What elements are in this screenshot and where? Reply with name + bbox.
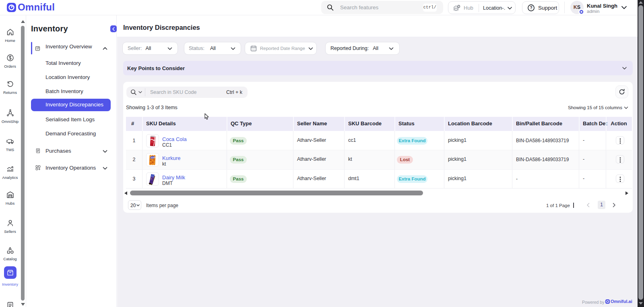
svg-text:?: ?: [530, 6, 532, 10]
